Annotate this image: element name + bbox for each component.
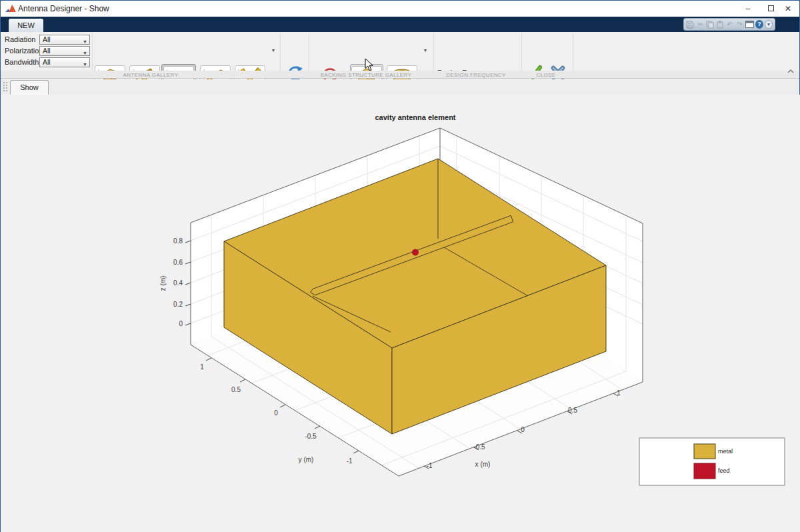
polarization-label: Polarization <box>5 47 43 55</box>
ribbon-collapse-icon[interactable] <box>786 67 795 75</box>
z-axis-label: z (m) <box>159 276 167 291</box>
title-bar: Antenna Designer - Show – ✕ <box>1 1 799 17</box>
plot-title: cavity antenna element <box>375 113 455 121</box>
svg-text:0.2: 0.2 <box>173 301 183 308</box>
svg-text:0.4: 0.4 <box>173 279 183 287</box>
x-axis-label: x (m) <box>475 461 491 468</box>
window-title: Antenna Designer - Show <box>18 4 109 13</box>
svg-text:0.8: 0.8 <box>173 237 183 245</box>
undo-icon[interactable]: ↶ <box>725 20 734 29</box>
figure-canvas[interactable]: 0.8 0.6 0.4 0.2 0 1 0.5 0 -0.5 -1 -1 -0.… <box>1 95 800 532</box>
legend-label-feed: feed <box>718 467 730 474</box>
quickbar-menu-icon[interactable]: ▼ <box>765 20 773 29</box>
copy-icon[interactable] <box>706 20 715 29</box>
section-design-frequency: DESIGN FREQUENCY <box>446 72 506 78</box>
svg-text:0.5: 0.5 <box>568 407 577 414</box>
plot-legend[interactable]: metal feed <box>639 438 785 485</box>
polarization-select[interactable]: All▼ <box>39 46 90 56</box>
legend-swatch-metal <box>694 444 715 459</box>
svg-text:0: 0 <box>274 409 278 417</box>
svg-text:-0.5: -0.5 <box>305 433 317 440</box>
paste-icon[interactable] <box>715 20 724 29</box>
cavity-plot: 0.8 0.6 0.4 0.2 0 1 0.5 0 -0.5 -1 -1 -0.… <box>1 95 800 532</box>
svg-text:-0.5: -0.5 <box>473 443 485 451</box>
ribbon-toolbar: Radiation Polarization Bandwidth All▼ Al… <box>1 32 799 71</box>
tab-grip-handle[interactable] <box>3 81 8 93</box>
svg-text:1: 1 <box>200 363 204 371</box>
feed-point <box>412 249 418 255</box>
cut-icon[interactable]: ✂ <box>696 20 705 29</box>
svg-text:0.5: 0.5 <box>231 386 241 393</box>
quick-access-toolbar: ✂ ↶ ↷ ? ▼ <box>683 18 775 31</box>
ribbon-tab-new[interactable]: NEW <box>9 19 43 32</box>
svg-text:-1: -1 <box>427 462 433 469</box>
svg-text:0: 0 <box>521 426 525 433</box>
bandwidth-label: Bandwidth <box>5 58 39 66</box>
document-tab-bar: Show <box>1 79 799 95</box>
save-icon[interactable] <box>686 20 695 29</box>
svg-text:0: 0 <box>179 320 183 327</box>
close-button[interactable]: ✕ <box>778 3 798 15</box>
redo-icon[interactable]: ↷ <box>735 20 744 29</box>
legend-label-metal: metal <box>718 448 733 455</box>
backing-gallery-expand-icon[interactable]: ▼ <box>421 45 430 57</box>
svg-text:0.6: 0.6 <box>173 259 183 266</box>
y-axis-label: y (m) <box>299 456 314 463</box>
app-window: Antenna Designer - Show – ✕ NEW ✂ ↶ ↷ ? … <box>0 0 800 532</box>
layout-icon[interactable] <box>745 20 754 29</box>
matlab-logo-icon <box>5 3 16 14</box>
ribbon-tab-bar: NEW ✂ ↶ ↷ ? ▼ <box>1 17 799 32</box>
legend-swatch-feed <box>694 463 715 479</box>
section-backing-gallery: BACKING STRUCTURE GALLERY <box>321 72 412 78</box>
antenna-gallery-expand-icon[interactable]: ▼ <box>269 45 278 57</box>
svg-text:1: 1 <box>617 389 621 397</box>
svg-text:-1: -1 <box>347 457 353 465</box>
section-antenna-gallery: ANTENNA GALLERY <box>123 72 179 78</box>
tab-show[interactable]: Show <box>10 80 49 95</box>
help-icon[interactable]: ? <box>755 20 763 29</box>
section-close: CLOSE <box>536 72 555 78</box>
radiation-label: Radiation <box>5 35 35 43</box>
bandwidth-select[interactable]: All▼ <box>39 57 90 67</box>
radiation-select[interactable]: All▼ <box>39 35 90 45</box>
mouse-cursor <box>365 58 374 72</box>
minimize-button[interactable]: – <box>738 3 758 15</box>
